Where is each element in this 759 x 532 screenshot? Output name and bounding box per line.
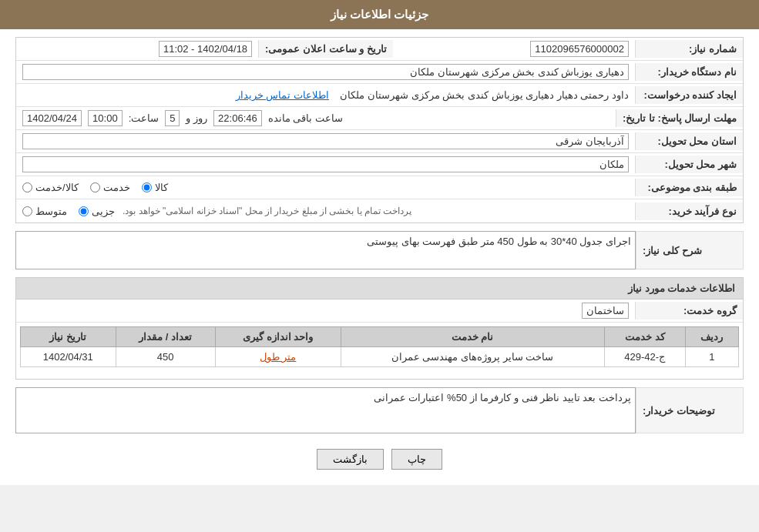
purchase-type-label: نوع فرآیند خرید: <box>635 202 743 220</box>
col-row-header: ردیف <box>685 327 738 347</box>
row-buyer-org: نام دستگاه خریدار: دهیاری یوزباش کندی بخ… <box>16 61 743 84</box>
remaining-time-label: ساعت باقی مانده <box>268 112 343 124</box>
send-until-value: ساعت باقی مانده 22:06:46 روز و 5 ساعت: 1… <box>16 107 616 129</box>
buyer-org-box: دهیاری یوزباش کندی بخش مرکزی شهرستان ملک… <box>22 64 629 80</box>
purchase-type-value: پرداخت تمام یا بخشی از مبلغ خریدار از مح… <box>16 202 635 220</box>
buyer-notes-value: پرداخت بعد تایید ناظر فنی و کارفرما از 5… <box>15 387 636 433</box>
main-info-section: شماره نیاز: 1102096576000002 تاریخ و ساع… <box>15 37 744 223</box>
service-group-box: ساختمان <box>582 303 629 319</box>
buyer-notes-section: توضیحات خریدار: پرداخت بعد تایید ناظر فن… <box>15 387 744 433</box>
buyer-org-label: نام دستگاه خریدار: <box>635 63 743 81</box>
creator-label: ایجاد کننده درخواست: <box>635 86 743 104</box>
day-label: روز و <box>186 112 207 124</box>
send-until-label: مهلت ارسال پاسخ: تا تاریخ: <box>616 109 743 127</box>
radio-medium[interactable]: متوسط <box>22 206 67 217</box>
purchase-note: پرداخت تمام یا بخشی از مبلغ خریدار از مح… <box>123 206 411 216</box>
purchase-radio-group: متوسط جزیی <box>22 206 115 217</box>
need-description-section: شرح کلی نیاز: اجرای جدول 40*30 به طول 45… <box>15 231 744 269</box>
cell-code: ج-42-429 <box>604 347 685 367</box>
cell-row: 1 <box>685 347 738 367</box>
category-value: کالا/خدمت خدمت کالا <box>16 179 635 196</box>
contact-link[interactable]: اطلاعات تماس خریدار <box>236 89 329 101</box>
cell-date: 1402/04/31 <box>21 347 116 367</box>
purchase-type-content: پرداخت تمام یا بخشی از مبلغ خریدار از مح… <box>22 206 629 217</box>
time-label: ساعت: <box>129 112 160 124</box>
buyer-notes-label: توضیحات خریدار: <box>636 387 744 433</box>
city-box: ملکان <box>22 156 629 172</box>
radio-medium-input[interactable] <box>22 206 32 216</box>
time-value: 10:00 <box>88 110 123 126</box>
print-button[interactable]: چاپ <box>391 449 442 470</box>
need-description-label: شرح کلی نیاز: <box>636 231 744 269</box>
radio-service[interactable]: خدمت <box>90 182 130 193</box>
cell-measure-link[interactable]: متر طول <box>260 351 297 363</box>
radio-goods-input[interactable] <box>142 182 152 192</box>
col-code-header: کد خدمت <box>604 327 685 347</box>
radio-goods-label: کالا <box>155 182 168 193</box>
announce-date-label: تاریخ و ساعت اعلان عمومی: <box>258 40 393 58</box>
province-value: آذربایجان شرقی <box>16 130 635 152</box>
services-table-section: ردیف کد خدمت نام خدمت واحد اندازه گیری ت… <box>16 323 743 371</box>
radio-goods-service-input[interactable] <box>22 182 32 192</box>
row-service-group: گروه خدمت: ساختمان <box>16 299 743 323</box>
cell-name: ساخت سایر پروژه‌های مهندسی عمران <box>341 347 604 367</box>
need-description-box: اجرای جدول 40*30 به طول 450 متر طبق فهرس… <box>15 231 636 269</box>
services-table: ردیف کد خدمت نام خدمت واحد اندازه گیری ت… <box>20 326 739 367</box>
buyer-org-value: دهیاری یوزباش کندی بخش مرکزی شهرستان ملک… <box>16 61 635 83</box>
creator-text: داود رحمتی دهیار دهیاری یوزباش کندی بخش … <box>340 89 629 101</box>
row-need-number: شماره نیاز: 1102096576000002 تاریخ و ساع… <box>16 38 743 61</box>
col-name-header: نام خدمت <box>341 327 604 347</box>
remaining-time-value: 22:06:46 <box>213 110 262 126</box>
row-creator: ایجاد کننده درخواست: داود رحمتی دهیار ده… <box>16 84 743 107</box>
table-row: 1 ج-42-429 ساخت سایر پروژه‌های مهندسی عم… <box>21 347 739 367</box>
radio-partial-label: جزیی <box>92 206 115 217</box>
col-date-header: تاریخ نیاز <box>21 327 116 347</box>
time-row-content: ساعت باقی مانده 22:06:46 روز و 5 ساعت: 1… <box>22 110 610 126</box>
row-purchase-type: نوع فرآیند خرید: پرداخت تمام یا بخشی از … <box>16 199 743 223</box>
province-box: آذربایجان شرقی <box>22 133 629 149</box>
announce-date-value: 1402/04/18 - 11:02 <box>16 38 258 60</box>
back-button[interactable]: بازگشت <box>317 449 384 470</box>
city-label: شهر محل تحویل: <box>635 156 743 173</box>
row-province: استان محل تحویل: آذربایجان شرقی <box>16 130 743 153</box>
services-title: اطلاعات خدمات مورد نیاز <box>16 278 743 299</box>
radio-goods[interactable]: کالا <box>142 182 168 193</box>
need-number-label: شماره نیاز: <box>635 40 743 58</box>
need-number-value: 1102096576000002 <box>393 38 635 60</box>
col-count-header: تعداد / مقدار <box>116 327 215 347</box>
row-category: طبقه بندی موضوعی: کالا/خدمت خدمت کالا <box>16 176 743 199</box>
day-value: 5 <box>165 110 180 126</box>
category-radio-group: کالا/خدمت خدمت کالا <box>22 182 629 193</box>
radio-medium-label: متوسط <box>35 206 67 217</box>
col-measure-header: واحد اندازه گیری <box>215 327 341 347</box>
services-section: اطلاعات خدمات مورد نیاز گروه خدمت: ساختم… <box>15 277 744 380</box>
date-value: 1402/04/24 <box>22 110 82 126</box>
creator-value: داود رحمتی دهیار دهیاری یوزباش کندی بخش … <box>16 86 635 104</box>
buttons-row: چاپ بازگشت <box>15 441 744 477</box>
row-send-until: مهلت ارسال پاسخ: تا تاریخ: ساعت باقی مان… <box>16 107 743 130</box>
radio-service-label: خدمت <box>103 182 130 193</box>
need-number-box: 1102096576000002 <box>530 41 629 57</box>
row-city: شهر محل تحویل: ملکان <box>16 153 743 176</box>
service-group-value: ساختمان <box>16 299 635 322</box>
radio-goods-service-label: کالا/خدمت <box>35 182 79 193</box>
page-header: جزئیات اطلاعات نیاز <box>0 0 759 29</box>
radio-service-input[interactable] <box>90 182 100 192</box>
cell-measure: متر طول <box>215 347 341 367</box>
announce-date-box: 1402/04/18 - 11:02 <box>159 41 252 57</box>
radio-partial[interactable]: جزیی <box>79 206 115 217</box>
service-group-label: گروه خدمت: <box>635 302 743 320</box>
province-label: استان محل تحویل: <box>635 132 743 150</box>
city-value: ملکان <box>16 153 635 176</box>
cell-count: 450 <box>116 347 215 367</box>
radio-goods-service[interactable]: کالا/خدمت <box>22 182 79 193</box>
category-label: طبقه بندی موضوعی: <box>635 179 743 196</box>
radio-partial-input[interactable] <box>79 206 89 216</box>
